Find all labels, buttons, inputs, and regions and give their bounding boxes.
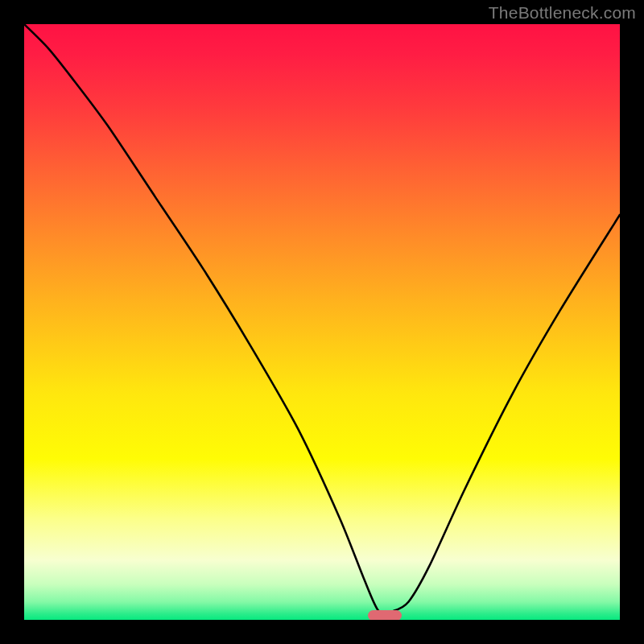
- bottleneck-curve-path: [24, 24, 620, 613]
- optimal-zone-marker: [368, 610, 402, 620]
- watermark-text: TheBottleneck.com: [489, 3, 636, 23]
- plot-area: [24, 24, 620, 620]
- bottleneck-curve-svg: [24, 24, 620, 620]
- chart-frame: TheBottleneck.com: [0, 0, 644, 644]
